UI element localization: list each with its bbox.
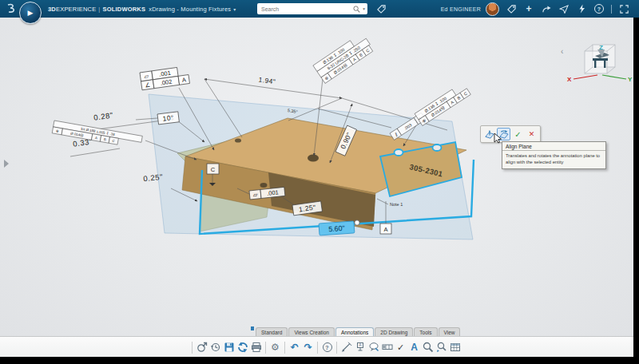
panel-expand-icon[interactable] — [4, 160, 9, 168]
gdt-frame-stack[interactable]: ▱ .001 ∠ .002 A — [140, 66, 189, 90]
table-icon[interactable] — [448, 339, 462, 355]
help-icon[interactable]: ? — [593, 2, 605, 15]
lightning-icon[interactable] — [575, 2, 588, 15]
settings-icon[interactable]: ⚙ — [268, 339, 282, 355]
search-icon[interactable] — [353, 6, 360, 13]
toolbar-divider — [611, 5, 612, 14]
share-icon[interactable] — [558, 2, 570, 15]
confirm-icon[interactable]: ✓ — [512, 129, 524, 140]
avatar[interactable] — [486, 2, 499, 16]
search-options-chevron-icon[interactable]: ▾ — [363, 6, 365, 11]
export-icon[interactable] — [195, 339, 208, 355]
pin-icon[interactable] — [251, 326, 254, 330]
share-arrow-icon[interactable] — [540, 2, 553, 15]
brand-solidworks: SOLIDWORKS — [103, 6, 146, 13]
ribbon-tabs: Standard Views Creation Annotations 2D D… — [251, 326, 461, 336]
dim-10deg[interactable]: 10° — [157, 112, 179, 125]
tooltip-body: Translates and rotates the annotation pl… — [502, 151, 605, 168]
redo-icon[interactable]: ↷ — [301, 339, 315, 355]
tab-views-creation[interactable]: Views Creation — [288, 327, 335, 336]
datum-a[interactable]: A — [380, 224, 391, 234]
axis-z-label[interactable]: Z — [599, 44, 603, 51]
tab-view[interactable]: View — [439, 327, 461, 336]
hole-callout-left[interactable]: 5X Ø.188 ±.005 ↧ .38 ⊕ Ø.014Ⓜ A B C — [52, 121, 142, 148]
text-tool-icon[interactable]: A — [407, 339, 421, 355]
svg-text:▱: ▱ — [252, 191, 258, 199]
3ds-logo-icon[interactable] — [6, 2, 18, 15]
svg-text:10°: 10° — [162, 113, 174, 123]
top-hole[interactable] — [308, 155, 319, 162]
svg-text:5.60": 5.60" — [328, 224, 345, 233]
dim-1-94[interactable]: 1.94" — [258, 76, 276, 86]
add-icon[interactable]: + — [522, 2, 535, 15]
axis-y-label[interactable]: Y — [628, 76, 633, 83]
window-edge — [633, 18, 639, 364]
undo-icon[interactable]: ↶ — [288, 339, 301, 355]
viewcube-collapse-icon[interactable]: ‹ — [561, 47, 563, 56]
app-window: 1.94" ▱ .001 ∠ .002 A 10° 0.28" 0.33" 0.… — [0, 0, 639, 364]
print-icon[interactable] — [249, 339, 263, 355]
gdt-frame-icon[interactable] — [380, 339, 394, 355]
document-title[interactable]: xDrawing - Mounting Fixtures — [149, 6, 231, 13]
balloon-note-icon[interactable] — [367, 339, 380, 355]
window-edge — [0, 357, 639, 364]
dim-0-28[interactable]: 0.28" — [93, 110, 113, 121]
tab-2d-drawing[interactable]: 2D Drawing — [375, 327, 413, 336]
axis-x-label[interactable]: X — [567, 76, 572, 83]
brand-experience: EXPERIENCE — [56, 6, 96, 13]
action-bar: ⚙ ↶ ↷ ? A ✓ A — [0, 336, 633, 358]
side-hole[interactable] — [260, 183, 268, 188]
chevron-down-icon[interactable]: ▾ — [233, 6, 236, 12]
3dexperience-compass-icon[interactable]: ▶ — [19, 2, 42, 24]
dimension-icon[interactable] — [339, 339, 353, 355]
datum-icon[interactable]: A — [353, 339, 367, 355]
datum-c[interactable]: C — [207, 164, 219, 174]
tooltip-title: Align Plane — [502, 142, 605, 151]
flange-hole[interactable] — [395, 149, 403, 156]
app-title: 3DEXPERIENCE | SOLIDWORKS xDrawing - Mou… — [48, 0, 236, 18]
verify-icon[interactable]: ✓ — [394, 339, 407, 355]
search-bar[interactable]: ▾ — [257, 3, 367, 14]
svg-text:.001: .001 — [267, 188, 279, 196]
flange-hole-small[interactable] — [235, 138, 241, 142]
svg-text:A: A — [383, 226, 387, 233]
user-area: Ed ENGINEER + ? — [441, 0, 633, 18]
tab-annotations[interactable]: Annotations — [335, 327, 374, 336]
hole-callout-top[interactable]: Ø.136 ↧ .100 8-32 UNC-2B ↧ .250 ⊕ Ø.014Ⓜ… — [313, 33, 374, 84]
tab-tools[interactable]: Tools — [414, 327, 437, 336]
tab-standard[interactable]: Standard — [256, 327, 288, 336]
svg-text:∠: ∠ — [145, 81, 151, 89]
drawing-viewport[interactable]: 1.94" ▱ .001 ∠ .002 A 10° 0.28" 0.33" 0.… — [0, 18, 633, 326]
view-cube[interactable]: ‹ X Y Z — [561, 44, 633, 83]
top-bar: 3DEXPERIENCE | SOLIDWORKS xDrawing - Mou… — [0, 0, 639, 18]
user-name[interactable]: Ed ENGINEER — [441, 6, 481, 12]
note-label: Note 1 — [390, 202, 403, 207]
brand-3d: 3D — [48, 6, 56, 13]
flange-hole[interactable] — [433, 144, 442, 151]
sync-icon[interactable] — [236, 339, 249, 355]
fullscreen-icon[interactable] — [617, 2, 630, 15]
bookmark-tag-icon[interactable] — [505, 2, 518, 15]
search-input[interactable] — [260, 6, 353, 13]
tooltip: Align Plane Translates and rotates the a… — [502, 141, 606, 169]
help-icon[interactable]: ? — [320, 339, 334, 355]
svg-text:C: C — [211, 166, 216, 173]
save-icon[interactable] — [222, 339, 236, 355]
zoom-annotate-icon[interactable] — [435, 339, 448, 355]
hole-callout-right[interactable]: Ø.136 ↧ .100 ⊕ Ø.014Ⓜ A B C — [415, 82, 470, 125]
cancel-icon[interactable]: ✕ — [526, 129, 538, 140]
brand-separator: | — [98, 6, 100, 13]
history-icon[interactable] — [208, 339, 222, 355]
mouse-cursor — [494, 133, 503, 144]
zoom-icon[interactable] — [421, 339, 435, 355]
dim-5-60-selected[interactable]: 5.60" — [319, 221, 355, 235]
dimension-handle[interactable] — [355, 220, 359, 225]
annotation-plane-mini-toolbar: ✓ ✕ — [480, 125, 541, 143]
tag-icon[interactable] — [375, 2, 387, 15]
